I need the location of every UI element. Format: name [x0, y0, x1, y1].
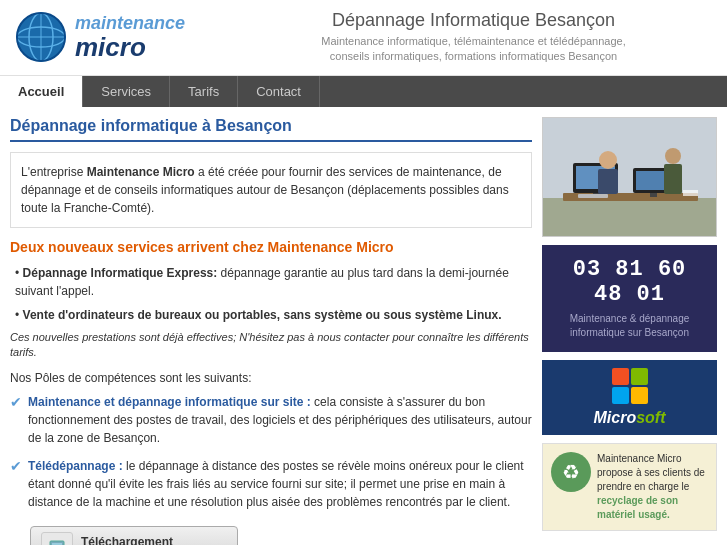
new-services-title: Deux nouveaux services arrivent chez Mai… [10, 238, 532, 256]
competence-tele: ✔ Télédépannage : le dépannage à distanc… [10, 457, 532, 511]
windows-logo [612, 368, 648, 404]
svg-rect-18 [650, 193, 657, 197]
competence-maintenance: ✔ Maintenance et dépannage informatique … [10, 393, 532, 447]
check-icon: ✔ [10, 394, 22, 410]
header-tagline: Dépannage Informatique Besançon Maintena… [215, 10, 712, 65]
intro-box: L'entreprise Maintenance Micro a été cré… [10, 152, 532, 228]
download-icon [41, 532, 73, 545]
bullet-vente: Vente d'ordinateurs de bureaux ou portab… [10, 306, 532, 324]
nav-item-tarifs[interactable]: Tarifs [170, 76, 238, 107]
win-q3 [612, 387, 629, 404]
bullet-express: Dépannage Informatique Express: dépannag… [10, 264, 532, 300]
recycle-box: ♻ Maintenance Micro propose à ses client… [542, 443, 717, 531]
nav-item-accueil[interactable]: Accueil [0, 76, 83, 107]
svg-rect-24 [683, 190, 698, 196]
globe-icon [15, 11, 67, 63]
phone-number: 03 81 60 48 01 [554, 257, 705, 307]
site-subtitle: Maintenance informatique, télémaintenanc… [235, 34, 712, 65]
phone-box: 03 81 60 48 01 Maintenance & dépannagein… [542, 245, 717, 352]
recycle-text: Maintenance Micro propose à ses clients … [597, 452, 708, 522]
logo-text: maintenance micro [75, 14, 185, 60]
site-header: maintenance micro Dépannage Informatique… [0, 0, 727, 76]
content-area: Dépannage informatique à Besançon L'entr… [0, 107, 727, 545]
svg-point-19 [599, 151, 617, 169]
win-q4 [631, 387, 648, 404]
svg-rect-22 [664, 164, 682, 194]
win-q2 [631, 368, 648, 385]
page-title: Dépannage informatique à Besançon [10, 117, 532, 142]
intro-company-name: Maintenance Micro [87, 165, 195, 179]
logo-area: maintenance micro [15, 11, 215, 63]
office-photo [542, 117, 717, 237]
main-content: Dépannage informatique à Besançon L'entr… [10, 117, 532, 545]
site-title: Dépannage Informatique Besançon [235, 10, 712, 31]
svg-rect-11 [543, 198, 717, 237]
download-text: Téléchargement Outil de prise en main à … [81, 535, 227, 545]
microsoft-box: Microsoft [542, 360, 717, 435]
phone-tagline: Maintenance & dépannageinformatique sur … [554, 312, 705, 340]
logo-micro: micro [75, 34, 185, 60]
microsoft-label: Microsoft [594, 409, 666, 427]
svg-rect-10 [543, 118, 717, 198]
recycle-icon: ♻ [551, 452, 591, 492]
nav-item-contact[interactable]: Contact [238, 76, 320, 107]
svg-point-21 [665, 148, 681, 164]
svg-rect-23 [578, 194, 608, 198]
competence-tele-text: Télédépannage : le dépannage à distance … [28, 457, 532, 511]
download-label: Téléchargement [81, 535, 227, 545]
svg-rect-20 [598, 169, 618, 194]
check-icon-2: ✔ [10, 458, 22, 474]
nav-item-services[interactable]: Services [83, 76, 170, 107]
win-q1 [612, 368, 629, 385]
italic-note: Ces nouvelles prestations sont déjà effe… [10, 330, 532, 361]
competence-maintenance-text: Maintenance et dépannage informatique su… [28, 393, 532, 447]
navigation: Accueil Services Tarifs Contact [0, 76, 727, 107]
sidebar: 03 81 60 48 01 Maintenance & dépannagein… [542, 117, 717, 545]
download-button[interactable]: Téléchargement Outil de prise en main à … [30, 526, 238, 545]
poles-text: Nos Pôles de compétences sont les suivan… [10, 371, 532, 385]
